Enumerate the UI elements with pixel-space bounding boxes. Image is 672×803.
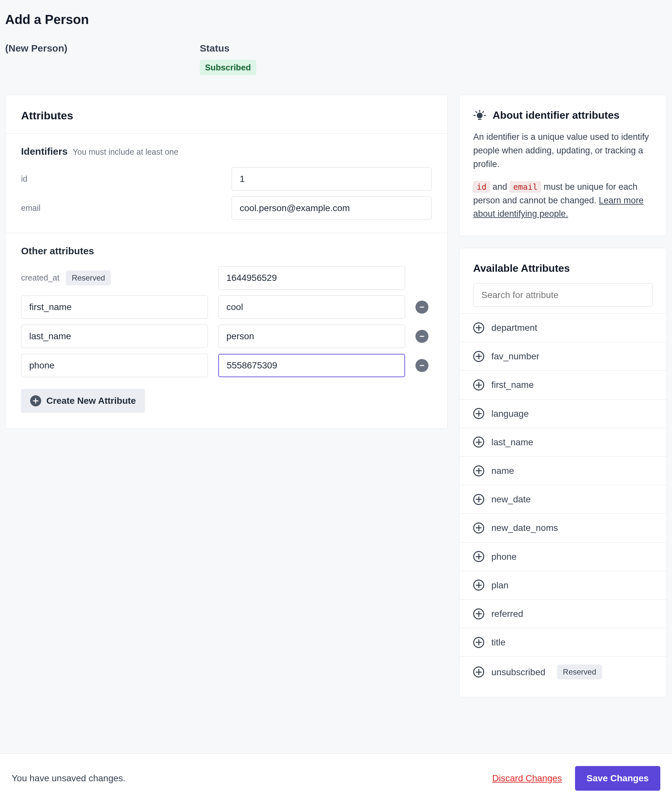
- unsaved-changes-message: You have unsaved changes.: [12, 772, 125, 785]
- plus-circle-icon: [473, 608, 484, 619]
- available-attribute-list: departmentfav_numberfirst_namelanguagela…: [460, 313, 667, 687]
- available-attr-row[interactable]: referred: [460, 599, 667, 628]
- available-attr-row[interactable]: phone: [460, 542, 667, 571]
- code-id: id: [473, 181, 490, 193]
- attr-value-input-2[interactable]: [218, 354, 405, 377]
- identifiers-label: Identifiers: [21, 146, 67, 157]
- available-attributes-title: Available Attributes: [473, 261, 653, 276]
- available-attr-name: unsubscribed: [491, 666, 545, 678]
- available-attr-name: first_name: [491, 379, 534, 391]
- svg-rect-0: [420, 306, 424, 307]
- created-at-label: created_at: [21, 272, 59, 283]
- about-title: About identifier attributes: [493, 108, 620, 123]
- available-attr-name: name: [491, 465, 514, 477]
- code-email: email: [509, 181, 541, 193]
- svg-rect-2: [420, 365, 424, 366]
- available-attr-name: referred: [491, 608, 523, 620]
- available-attr-row[interactable]: unsubscribedReserved: [460, 657, 667, 687]
- available-attr-row[interactable]: first_name: [460, 371, 667, 399]
- person-meta: (New Person) Status Subscribed: [5, 42, 667, 95]
- available-attr-name: new_date: [491, 493, 530, 506]
- available-attr-name: department: [491, 322, 537, 334]
- plus-icon: [30, 395, 41, 406]
- remove-attr-button-0[interactable]: [415, 301, 428, 314]
- remove-icon: [419, 304, 425, 310]
- created-at-input[interactable]: [218, 266, 405, 289]
- create-new-attribute-label: Create New Attribute: [46, 396, 136, 406]
- plus-circle-icon: [473, 351, 484, 362]
- remove-icon: [419, 362, 425, 369]
- attribute-search-input[interactable]: [473, 283, 653, 307]
- attributes-card: Attributes Identifiers You must include …: [5, 95, 447, 429]
- email-input[interactable]: [231, 197, 432, 220]
- remove-icon: [419, 333, 425, 340]
- reserved-badge: Reserved: [557, 665, 602, 679]
- page-title: Add a Person: [5, 5, 667, 42]
- plus-circle-icon: [473, 666, 484, 678]
- attr-key-input-1[interactable]: [21, 325, 208, 348]
- id-label: id: [21, 173, 221, 185]
- available-attr-row[interactable]: title: [460, 628, 667, 657]
- plus-circle-icon: [473, 437, 484, 447]
- other-attributes-label: Other attributes: [21, 244, 432, 258]
- footer-bar: You have unsaved changes. Discard Change…: [0, 753, 672, 803]
- available-attr-row[interactable]: name: [460, 456, 667, 485]
- available-attr-row[interactable]: language: [460, 399, 667, 428]
- svg-point-3: [477, 112, 483, 119]
- available-attr-row[interactable]: department: [460, 313, 667, 342]
- available-attr-row[interactable]: fav_number: [460, 342, 667, 371]
- create-new-attribute-button[interactable]: Create New Attribute: [21, 389, 145, 413]
- plus-circle-icon: [473, 551, 484, 562]
- remove-attr-button-2[interactable]: [415, 359, 428, 372]
- about-description: An identifier is a unique value used to …: [473, 130, 653, 171]
- available-attr-name: title: [491, 636, 506, 649]
- about-identifier-rule: id and email must be unique for each per…: [473, 180, 653, 221]
- plus-circle-icon: [473, 322, 484, 333]
- attr-value-input-0[interactable]: [218, 296, 405, 319]
- available-attr-name: language: [491, 407, 529, 420]
- attributes-title: Attributes: [21, 108, 432, 124]
- plus-circle-icon: [473, 637, 484, 648]
- attr-key-input-0[interactable]: [21, 296, 208, 319]
- attr-key-input-2[interactable]: [21, 354, 208, 377]
- email-label: email: [21, 202, 221, 214]
- available-attr-name: phone: [491, 550, 517, 563]
- plus-circle-icon: [473, 494, 484, 505]
- lightbulb-icon: [473, 109, 486, 122]
- attr-value-input-1[interactable]: [218, 325, 405, 348]
- remove-attr-button-1[interactable]: [415, 330, 428, 343]
- available-attr-name: plan: [491, 579, 509, 592]
- svg-rect-1: [420, 336, 424, 336]
- discard-changes-button[interactable]: Discard Changes: [492, 773, 562, 783]
- plus-circle-icon: [473, 408, 484, 419]
- available-attributes-card: Available Attributes departmentfav_numbe…: [459, 248, 667, 697]
- status-badge: Subscribed: [200, 60, 256, 75]
- plus-circle-icon: [473, 465, 484, 476]
- id-input[interactable]: [231, 167, 432, 191]
- identifiers-hint: You must include at least one: [73, 147, 178, 156]
- plus-circle-icon: [473, 522, 484, 533]
- plus-circle-icon: [473, 580, 484, 590]
- available-attr-row[interactable]: plan: [460, 571, 667, 599]
- reserved-badge: Reserved: [66, 270, 111, 285]
- available-attr-name: new_date_noms: [491, 522, 558, 534]
- available-attr-name: last_name: [491, 436, 533, 449]
- available-attr-row[interactable]: new_date_noms: [460, 514, 667, 542]
- about-identifiers-card: About identifier attributes An identifie…: [459, 95, 667, 236]
- status-label: Status: [200, 42, 368, 55]
- available-attr-row[interactable]: new_date: [460, 485, 667, 514]
- new-person-label: (New Person): [5, 42, 174, 55]
- available-attr-name: fav_number: [491, 350, 539, 362]
- available-attr-row[interactable]: last_name: [460, 428, 667, 456]
- plus-circle-icon: [473, 379, 484, 390]
- save-changes-button[interactable]: Save Changes: [575, 766, 660, 791]
